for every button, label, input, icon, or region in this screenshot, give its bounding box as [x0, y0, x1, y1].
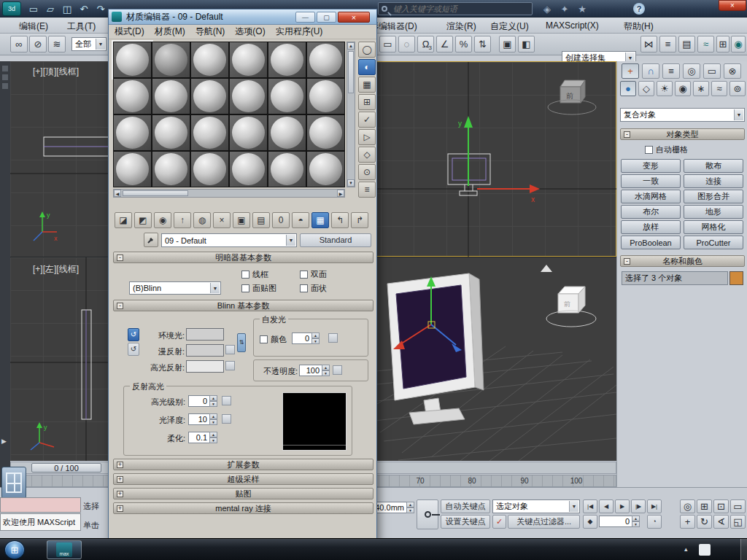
- ambient-color-swatch[interactable]: [186, 328, 224, 341]
- tab-motion[interactable]: ◎: [683, 63, 700, 79]
- category-geometry-icon[interactable]: ●: [620, 81, 636, 96]
- pan-icon[interactable]: +: [680, 515, 695, 529]
- self-illum-map-button[interactable]: [328, 333, 338, 343]
- sample-window-icon[interactable]: ◪: [115, 212, 132, 228]
- key-mode-icon[interactable]: ✓: [492, 515, 506, 529]
- go-to-start-button[interactable]: |◀: [583, 499, 597, 513]
- material-sample-slot[interactable]: [229, 114, 268, 151]
- button-proboolean[interactable]: ProBoolean: [621, 236, 681, 249]
- undo-icon[interactable]: ↶: [77, 2, 91, 15]
- button-shapemerge[interactable]: 图形合并: [684, 190, 743, 203]
- start-button[interactable]: ⊞: [4, 540, 25, 559]
- rollout-name-and-color[interactable]: -名称和颜色: [620, 255, 745, 267]
- put-material-to-scene-icon[interactable]: ↑: [174, 212, 191, 228]
- sample-uv-tiling-icon[interactable]: ⊞: [358, 94, 376, 110]
- tab-create[interactable]: +: [622, 63, 639, 79]
- material-sample-slot[interactable]: [268, 151, 306, 187]
- material-sample-slot[interactable]: [113, 151, 152, 187]
- lock-diffuse-specular-icon[interactable]: ↺: [128, 343, 139, 356]
- close-button[interactable]: ×: [338, 12, 370, 23]
- opacity-map-button[interactable]: [333, 365, 342, 375]
- checkbox-icon[interactable]: [241, 284, 249, 292]
- button-morph[interactable]: 变形: [621, 159, 681, 173]
- diffuse-map-button[interactable]: [225, 345, 235, 354]
- assign-material-to-selection-icon[interactable]: ◍: [193, 212, 211, 228]
- material-sample-slot[interactable]: [152, 78, 190, 114]
- expand-icon[interactable]: +: [117, 491, 123, 497]
- minimize-button[interactable]: —: [295, 12, 315, 23]
- material-sample-slot[interactable]: [190, 114, 229, 151]
- rollout-object-type[interactable]: -对象类型: [620, 128, 745, 140]
- mirror-icon[interactable]: ⋈: [640, 36, 657, 52]
- tray-show-hidden-icon[interactable]: ▴: [684, 545, 688, 553]
- show-end-result-icon[interactable]: ◓: [292, 212, 309, 228]
- pick-material-eyedropper-icon[interactable]: [144, 233, 158, 247]
- material-sample-slot[interactable]: [152, 114, 190, 151]
- button-scatter[interactable]: 散布: [684, 159, 743, 173]
- collapse-icon[interactable]: -: [117, 254, 123, 261]
- material-sample-slot[interactable]: [229, 151, 268, 187]
- menu-rendering[interactable]: 渲染(R): [446, 20, 476, 33]
- maximize-button[interactable]: ▢: [317, 12, 336, 23]
- make-preview-icon[interactable]: ▷: [358, 129, 376, 145]
- object-name-field[interactable]: 选择了 3 个对象: [622, 271, 728, 285]
- sample-window-alt-icon[interactable]: ◩: [134, 212, 152, 228]
- scrollbar-thumb[interactable]: [123, 190, 188, 196]
- material-sample-slot[interactable]: [268, 114, 306, 151]
- viewport-layout-tabs-button[interactable]: [1, 467, 26, 499]
- viewcube[interactable]: 前: [541, 265, 596, 327]
- material-sample-slot[interactable]: [268, 78, 306, 114]
- zoom-icon[interactable]: ◎: [680, 499, 695, 513]
- percent-snap-icon[interactable]: %: [455, 36, 472, 52]
- viewport-label[interactable]: [+][左][线框]: [33, 263, 79, 276]
- material-sample-slot[interactable]: [229, 78, 268, 114]
- show-desktop-button[interactable]: [740, 539, 747, 560]
- backlight-icon[interactable]: ◐: [358, 59, 376, 75]
- tray-language-icon[interactable]: [699, 544, 711, 556]
- face-map-checkbox[interactable]: 面贴图: [241, 283, 276, 294]
- favorites-icon[interactable]: ★: [575, 2, 589, 15]
- specular-map-button[interactable]: [225, 361, 235, 370]
- ambient-diffuse-link-icon[interactable]: ⇅: [237, 333, 246, 352]
- chevron-down-icon[interactable]: ▼: [96, 39, 105, 50]
- layout-tab-icon[interactable]: [2, 66, 8, 71]
- faceted-checkbox[interactable]: 面状: [300, 283, 327, 294]
- expand-icon[interactable]: +: [117, 462, 123, 468]
- material-sample-slot[interactable]: [190, 78, 229, 114]
- go-to-sibling-icon[interactable]: ↱: [351, 212, 368, 228]
- button-conform[interactable]: 一致: [621, 174, 681, 188]
- schematic-view-icon[interactable]: ⊞: [716, 36, 729, 52]
- button-blobmesh[interactable]: 水滴网格: [621, 190, 681, 203]
- expand-icon[interactable]: +: [117, 505, 123, 512]
- put-to-library-icon[interactable]: ▤: [252, 212, 270, 228]
- scroll-up-icon[interactable]: ▲: [347, 42, 355, 50]
- rollout-maps[interactable]: +贴图: [113, 488, 374, 499]
- make-unique-icon[interactable]: ▣: [233, 212, 250, 228]
- key-mode-toggle-icon[interactable]: ◆: [583, 515, 597, 529]
- material-sample-slot[interactable]: [152, 151, 190, 187]
- wireframe-checkbox[interactable]: 线框: [241, 269, 268, 280]
- autogrid-checkbox[interactable]: 自动栅格: [645, 144, 688, 155]
- tab-hierarchy[interactable]: ≡: [662, 63, 680, 79]
- go-to-parent-icon[interactable]: ↰: [331, 212, 349, 228]
- rollout-extended-params[interactable]: +扩展参数: [113, 459, 374, 470]
- scroll-down-icon[interactable]: ▼: [347, 179, 355, 187]
- zoom-region-icon[interactable]: ▭: [730, 499, 746, 513]
- current-frame-field[interactable]: 0▲▼: [599, 516, 640, 527]
- material-sample-slot[interactable]: [113, 114, 152, 151]
- align-icon[interactable]: ≡: [659, 36, 676, 52]
- time-configuration-icon[interactable]: ◔: [647, 515, 662, 529]
- material-sample-slot[interactable]: [190, 42, 229, 78]
- category-spacewarps-icon[interactable]: ≈: [711, 81, 727, 96]
- tab-display[interactable]: ▭: [703, 63, 721, 79]
- collapse-icon[interactable]: -: [624, 258, 630, 265]
- selection-set-dropdown[interactable]: 选定对象▼: [492, 499, 580, 513]
- me-menu-options[interactable]: 选项(O): [235, 26, 265, 38]
- button-connect[interactable]: 连接: [684, 174, 743, 188]
- max-logo-icon[interactable]: 3d: [2, 1, 21, 16]
- material-sample-slot[interactable]: [190, 151, 229, 187]
- rollout-mental-ray[interactable]: +mental ray 连接: [113, 502, 374, 514]
- search-input[interactable]: [393, 4, 517, 13]
- soften-spinner[interactable]: 0.1▲▼: [188, 432, 217, 443]
- category-systems-icon[interactable]: ⊚: [729, 81, 746, 96]
